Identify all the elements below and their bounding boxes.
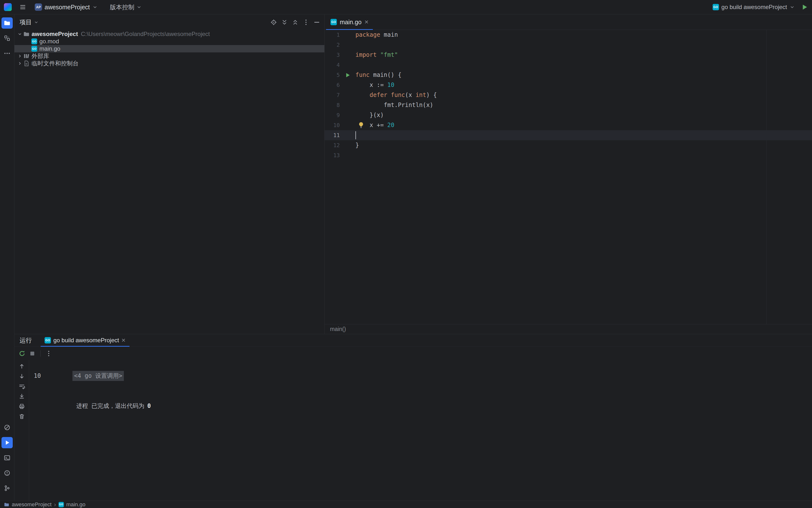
intention-bulb-icon[interactable] [357, 121, 365, 129]
soft-wrap-icon[interactable] [17, 382, 26, 390]
run-line-icon[interactable] [340, 72, 355, 78]
tool-stripe [0, 14, 14, 501]
tree-row-external-libraries[interactable]: 外部库 [14, 52, 324, 60]
breadcrumb[interactable]: main() [330, 326, 346, 333]
code-line[interactable]: 10 x += 20 [325, 120, 812, 130]
project-name: awesomeProject [45, 4, 90, 11]
code-line[interactable]: 1package main [325, 30, 812, 40]
console-line-folded[interactable]: <4 go 设置调用> [34, 361, 812, 371]
tree-item-label: go.mod [39, 38, 59, 45]
close-icon[interactable]: × [365, 18, 369, 26]
console-line-exit: 进程 已完成，退出代码为0 [34, 391, 812, 401]
tree-row-main-go[interactable]: GO main.go [14, 45, 324, 52]
toolbar-separator [40, 350, 41, 357]
code-line[interactable]: 3import "fmt" [325, 50, 812, 60]
code-line[interactable]: 4 [325, 60, 812, 70]
code-line[interactable]: 11 [325, 130, 812, 140]
code-line[interactable]: 12} [325, 140, 812, 150]
ide-window: { "top_bar": { "project_badge": "AP", "p… [0, 0, 812, 508]
chevron-down-icon [92, 4, 98, 10]
collapse-all-icon[interactable] [291, 18, 299, 27]
hide-icon[interactable] [313, 18, 321, 27]
code-line[interactable]: 6 x := 10 [325, 80, 812, 90]
folded-setup-calls[interactable]: <4 go 设置调用> [73, 371, 124, 381]
run-panel-header: 运行 GO go build awesomeProject × [14, 334, 812, 347]
structure-icon[interactable] [1, 33, 13, 44]
project-badge: AP [35, 3, 42, 11]
project-tree: awesomeProject C:\Users\meowr\GolandProj… [14, 30, 324, 67]
services-icon[interactable] [1, 422, 13, 433]
line-number: 7 [325, 92, 340, 98]
line-number: 13 [325, 152, 340, 158]
close-icon[interactable]: × [121, 337, 125, 344]
editor-breadcrumb-bar[interactable]: main() [325, 324, 812, 334]
caret [355, 131, 356, 139]
line-number: 12 [325, 142, 340, 149]
chevron-down-icon[interactable] [16, 32, 23, 37]
chevron-right-icon[interactable] [16, 61, 23, 66]
go-config-icon: GO [713, 4, 719, 10]
clear-icon[interactable] [17, 412, 26, 421]
more-tool-windows-icon[interactable] [1, 48, 13, 59]
tree-row-go-mod[interactable]: GO go.mod [14, 38, 324, 45]
tree-row-project-root[interactable]: awesomeProject C:\Users\meowr\GolandProj… [14, 30, 324, 38]
down-stack-icon[interactable] [17, 372, 26, 380]
code-text: defer func(x int) { [355, 90, 812, 100]
run-button[interactable] [801, 3, 808, 11]
run-config-selector[interactable]: GO go build awesomeProject [711, 3, 796, 11]
code-line[interactable]: 7 defer func(x int) { [325, 90, 812, 100]
code-text: x += 20 [355, 120, 812, 130]
line-number: 4 [325, 62, 340, 68]
project-panel-title[interactable]: 项目 [19, 18, 39, 26]
tree-item-label: 临时文件和控制台 [32, 59, 79, 67]
terminal-icon[interactable] [1, 452, 13, 463]
top-bar: AP awesomeProject 版本控制 GO go build aweso… [0, 0, 812, 14]
status-breadcrumb-project[interactable]: awesomeProject [12, 501, 52, 508]
code-line[interactable]: 13 [325, 150, 812, 160]
chevron-down-icon [789, 4, 795, 10]
tree-item-path: C:\Users\meowr\GolandProjects\awesomePro… [81, 31, 210, 37]
code-line[interactable]: 2 [325, 40, 812, 50]
more-icon[interactable] [302, 18, 310, 27]
code-area[interactable]: 1package main23import "fmt"45func main()… [325, 30, 812, 324]
project-icon[interactable] [1, 17, 13, 29]
up-stack-icon[interactable] [17, 362, 26, 370]
scroll-end-icon[interactable] [17, 392, 26, 400]
more-icon[interactable] [45, 349, 53, 358]
line-number: 11 [325, 132, 340, 138]
project-widget[interactable]: AP awesomeProject [33, 2, 100, 12]
status-breadcrumb-file[interactable]: main.go [66, 501, 85, 508]
code-text: } [355, 140, 812, 150]
console-output[interactable]: <4 go 设置调用> 10 进程 已完成，退出代码为0 [29, 360, 812, 501]
stop-icon[interactable] [28, 349, 37, 358]
line-number: 9 [325, 112, 340, 118]
run-icon[interactable] [1, 437, 13, 448]
line-number: 2 [325, 42, 340, 48]
problems-icon[interactable] [1, 467, 13, 479]
go-file-icon: GO [58, 502, 64, 507]
project-panel: 项目 [14, 14, 325, 334]
scratch-file-icon [23, 60, 30, 67]
code-text: package main [355, 30, 812, 40]
console-gutter [14, 360, 29, 501]
version-control-icon[interactable] [1, 482, 13, 494]
print-icon[interactable] [17, 402, 26, 411]
tree-item-label: 外部库 [32, 52, 49, 60]
locate-icon[interactable] [269, 18, 278, 27]
line-number: 1 [325, 32, 340, 38]
console-line-output: 10 [34, 371, 812, 381]
vcs-widget[interactable]: 版本控制 [108, 2, 144, 12]
rerun-icon[interactable] [18, 349, 26, 358]
code-line[interactable]: 5func main() { [325, 70, 812, 80]
code-text [355, 130, 812, 140]
run-tab-go-build[interactable]: GO go build awesomeProject × [41, 334, 129, 346]
tree-row-scratches[interactable]: 临时文件和控制台 [14, 60, 324, 67]
main-menu-icon[interactable] [18, 3, 27, 11]
line-number: 8 [325, 102, 340, 108]
code-line[interactable]: 8 fmt.Println(x) [325, 100, 812, 110]
code-line[interactable]: 9 }(x) [325, 110, 812, 120]
chevron-right-icon[interactable] [16, 54, 23, 58]
line-number: 6 [325, 82, 340, 88]
editor-tab-main-go[interactable]: GO main.go × [326, 14, 373, 30]
expand-all-icon[interactable] [280, 18, 289, 27]
